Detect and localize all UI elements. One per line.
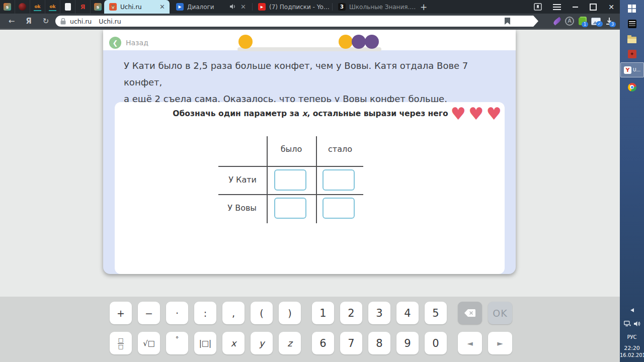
pinned-tab-3[interactable]: ok <box>30 0 45 14</box>
back-button[interactable]: ❮ Назад <box>109 37 148 49</box>
language-indicator[interactable]: РУС <box>620 334 644 341</box>
close-window-icon[interactable]: ✕ <box>603 0 620 14</box>
key-8[interactable]: 8 <box>368 332 390 354</box>
table-line <box>218 166 363 167</box>
key-ok[interactable]: OK <box>488 302 512 324</box>
tab-znanija[interactable]: 3 Школьные Знания.com - Р <box>333 0 416 14</box>
key-2[interactable]: 2 <box>340 302 362 324</box>
row-label-vovy: У Вовы <box>218 203 257 213</box>
address-page-title: Uchi.ru <box>99 18 505 25</box>
volume-icon[interactable] <box>634 319 640 329</box>
key-1[interactable]: 1 <box>312 302 334 324</box>
input-kati-bylo[interactable] <box>274 169 306 191</box>
key-0[interactable]: 0 <box>425 332 447 354</box>
task-header: ❮ Назад <box>103 30 516 50</box>
key-minus[interactable]: − <box>138 302 160 324</box>
sphere-icon <box>19 3 26 11</box>
key-arrow-right[interactable]: ► <box>488 332 512 354</box>
pinned-tab-2[interactable] <box>15 0 30 14</box>
site-icon: s <box>4 3 11 11</box>
maximize-icon[interactable] <box>585 0 602 14</box>
input-vovy-bylo[interactable] <box>274 198 306 219</box>
clock-time[interactable]: 22:20 <box>620 345 644 352</box>
key-comma[interactable]: , <box>222 302 245 324</box>
pinned-tab-1[interactable]: s <box>0 0 15 14</box>
column-header-stalo: стало <box>316 144 364 154</box>
pinned-tab-6[interactable]: Я <box>75 0 91 14</box>
youtube-favicon: ▶ <box>258 3 266 11</box>
bookmark-flag-icon[interactable] <box>505 18 510 25</box>
extension-badge: 1 <box>582 22 588 27</box>
browser-window: s ok ok Я s 🦉 Uchi.ru ✕ <box>0 0 620 362</box>
key-9[interactable]: 9 <box>396 332 419 354</box>
extension-adguard-icon[interactable]: A <box>564 16 575 26</box>
taskbar-active-yandex-browser[interactable]: Y U... <box>620 62 644 77</box>
tab-title: Uchi.ru <box>120 4 155 11</box>
ok-icon: ok <box>34 3 41 11</box>
progress-dot-yellow <box>238 35 253 49</box>
uchi-favicon: 🦉 <box>109 3 117 11</box>
show-hidden-icons[interactable] <box>620 305 644 314</box>
key-paren-close[interactable]: ) <box>279 302 301 324</box>
reload-icon[interactable]: ↻ <box>39 15 52 27</box>
key-z[interactable]: z <box>279 332 301 354</box>
close-tab-icon[interactable]: ✕ <box>240 3 246 11</box>
tab-title: Диалоги <box>187 4 230 11</box>
key-6[interactable]: 6 <box>312 332 334 354</box>
key-x[interactable]: x <box>222 332 245 354</box>
network-icon[interactable] <box>624 319 631 329</box>
menu-icon[interactable] <box>548 0 566 14</box>
pinned-tab-5[interactable] <box>60 0 75 14</box>
taskbar-chrome[interactable] <box>620 79 644 95</box>
key-arrow-left[interactable]: ◄ <box>458 332 482 354</box>
document-icon <box>65 3 71 11</box>
key-4[interactable]: 4 <box>396 302 419 324</box>
address-bar[interactable]: uchi.ru Uchi.ru <box>55 16 533 27</box>
key-fraction[interactable]: □□ <box>110 332 132 354</box>
chevron-left-icon: ❮ <box>109 37 121 49</box>
new-tab-button[interactable]: + <box>417 0 431 14</box>
tab-uchi[interactable]: 🦉 Uchi.ru ✕ <box>104 0 170 14</box>
clock-date[interactable]: 16.02.2019 <box>620 352 644 359</box>
tab-dialogi[interactable]: ▶ Диалоги ✕ <box>171 0 251 14</box>
key-degree[interactable]: ° <box>166 332 188 354</box>
key-y[interactable]: y <box>251 332 273 354</box>
key-multiply[interactable]: · <box>166 302 188 324</box>
key-backspace[interactable] <box>458 302 482 324</box>
key-plus[interactable]: + <box>110 302 132 324</box>
backspace-icon <box>464 309 475 317</box>
key-7[interactable]: 7 <box>340 332 362 354</box>
row-label-kati: У Кати <box>218 175 257 185</box>
lock-icon <box>60 18 66 25</box>
tab-title: Школьные Знания.com - Р <box>349 4 416 11</box>
taskbar-app-red[interactable]: ✦ <box>620 46 644 61</box>
key-5[interactable]: 5 <box>425 302 447 324</box>
heart-icon: ♥ <box>451 106 466 121</box>
downloads-icon[interactable]: 3 <box>604 16 615 26</box>
back-label: Назад <box>126 39 148 47</box>
sidebar-panel-icon[interactable] <box>529 0 546 14</box>
tab-audio-icon[interactable] <box>230 4 236 11</box>
input-vovy-stalo[interactable] <box>323 198 355 219</box>
column-header-bylo: было <box>267 144 315 154</box>
extension-savefrom-icon[interactable]: 1 <box>577 16 588 26</box>
pinned-tab-7[interactable]: s <box>91 0 105 14</box>
problem-text: У Кати было в 2,5 раза больше конфет, че… <box>124 57 506 107</box>
close-tab-icon[interactable]: ✕ <box>159 3 165 11</box>
tab-youtube[interactable]: ▶ (7) Подписки - YouTube <box>253 0 331 14</box>
extension-feather-icon[interactable] <box>551 16 562 26</box>
pinned-tab-4[interactable]: ok <box>45 0 60 14</box>
yandex-home-icon[interactable]: Я <box>22 15 35 27</box>
key-3[interactable]: 3 <box>368 302 390 324</box>
extension-screenshot-icon[interactable]: ✓ <box>590 16 601 26</box>
keyboard-row-1: + − · : , ( ) 1 2 3 4 5 OK <box>110 302 512 324</box>
key-paren-open[interactable]: ( <box>251 302 273 324</box>
key-sqrt[interactable]: √□ <box>138 332 160 354</box>
minimize-icon[interactable] <box>567 0 584 14</box>
input-kati-stalo[interactable] <box>323 169 355 191</box>
key-abs[interactable]: |□| <box>194 332 216 354</box>
heart-icon: ♥ <box>468 106 484 121</box>
system-tray: РУС 22:20 16.02.2019 <box>620 305 644 359</box>
back-icon[interactable]: ← <box>5 15 18 27</box>
key-divide[interactable]: : <box>194 302 216 324</box>
